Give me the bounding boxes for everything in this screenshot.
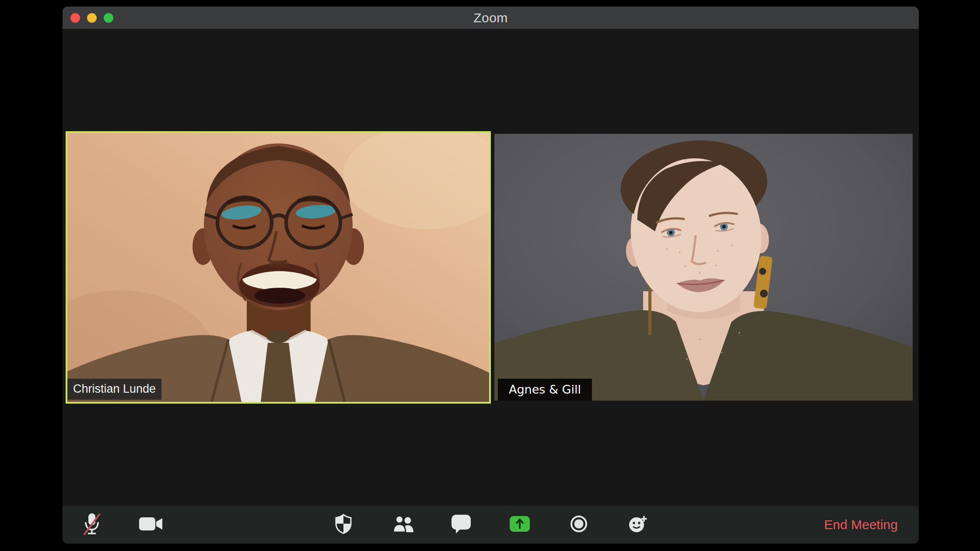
mute-button[interactable]: [76, 508, 108, 540]
title-bar: Zoom: [63, 7, 919, 29]
video-tile-christian-lunde[interactable]: Christian Lunde: [66, 131, 491, 404]
chat-button[interactable]: [445, 508, 477, 540]
reactions-icon: [627, 514, 648, 534]
video-camera-icon: [139, 516, 163, 532]
meeting-toolbar: End Meeting: [63, 506, 919, 544]
record-button[interactable]: [563, 508, 595, 540]
maximize-window-button[interactable]: [104, 13, 113, 23]
close-window-button[interactable]: [70, 13, 80, 23]
record-icon: [570, 515, 588, 533]
share-screen-icon: [513, 518, 526, 530]
participants-icon: [392, 515, 415, 533]
participant-name-label: Christian Lunde: [67, 379, 161, 400]
zoom-window: Zoom: [63, 7, 919, 544]
shield-icon: [335, 514, 352, 534]
share-screen-button[interactable]: [504, 508, 536, 540]
participant-name-label: Agnes & Gill: [498, 379, 592, 401]
microphone-muted-icon: [81, 511, 102, 537]
reactions-button[interactable]: [622, 508, 654, 540]
window-controls: [70, 7, 113, 29]
christian-video-feed: [67, 133, 489, 402]
video-button[interactable]: [135, 508, 167, 540]
window-title: Zoom: [473, 10, 508, 25]
desktop-background: { "window": { "title": "Zoom" }, "titleb…: [0, 0, 980, 551]
chat-bubble-icon: [451, 514, 472, 534]
video-tile-agnes-gill[interactable]: Agnes & Gill: [494, 134, 913, 401]
end-meeting-button[interactable]: End Meeting: [824, 506, 898, 544]
minimize-window-button[interactable]: [87, 13, 97, 23]
security-button[interactable]: [328, 508, 359, 540]
agnes-video-feed: [494, 134, 913, 401]
participants-button[interactable]: [388, 508, 419, 540]
